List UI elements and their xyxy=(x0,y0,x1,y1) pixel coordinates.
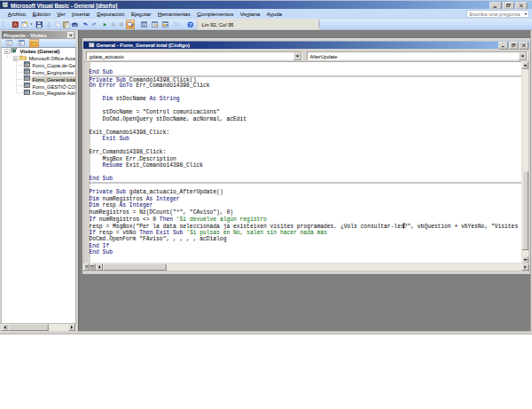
tree-item-label: Form_Copia de Gene xyxy=(32,62,76,68)
toolbar-grip[interactable] xyxy=(3,21,4,28)
question-input[interactable]: Escriba una pregunta xyxy=(467,11,529,19)
menu-insertar[interactable]: Insertar xyxy=(68,11,93,17)
menu-ver[interactable]: Ver xyxy=(53,11,68,17)
menu-ejecutar[interactable]: Ejecutar xyxy=(128,11,154,17)
code-editor[interactable]: End SubPrivate Sub Comando14398_Click()O… xyxy=(89,62,522,264)
tree-item-form-general-total[interactable]: Form_General total xyxy=(24,75,76,83)
object-combobox[interactable]: gdata_actuacio xyxy=(87,51,303,60)
menu-complementos[interactable]: Complementos xyxy=(193,11,237,17)
mdi-background: General - Form_General total (Código) gd… xyxy=(78,31,531,332)
code-text-segment: DoCmd.OpenQuery stDocName, acNormal, acE… xyxy=(90,115,247,122)
code-line-5: Dim stDocName As String xyxy=(89,96,522,103)
paste-icon xyxy=(62,20,70,28)
properties-window-button[interactable] xyxy=(151,20,160,29)
arrow-right-icon xyxy=(71,326,73,329)
code-text-segment: numRegistros xyxy=(103,196,146,202)
restore-icon xyxy=(512,43,517,48)
close-icon xyxy=(519,4,525,8)
tree-item-label: Form_GESTIÓ CONT xyxy=(32,83,76,90)
project-explorer-button[interactable] xyxy=(140,20,149,29)
project-panel-titlebar: Proyecto - Visites xyxy=(1,31,76,40)
vscroll-thumb[interactable] xyxy=(522,171,529,250)
access-view-button[interactable] xyxy=(11,20,20,29)
menu-edicion[interactable]: Edición xyxy=(29,11,54,17)
redo-button[interactable] xyxy=(90,20,98,29)
tree-hscroll-thumb[interactable] xyxy=(9,324,49,331)
cut-icon xyxy=(45,20,53,28)
code-text-segment: gdata_actuacio_AfterUpdate() xyxy=(129,189,223,195)
find-button[interactable] xyxy=(70,20,79,29)
event-combo-dropdown-icon[interactable] xyxy=(519,52,527,60)
properties-window-icon xyxy=(151,20,159,28)
design-mode-button[interactable] xyxy=(126,20,135,29)
event-combobox[interactable]: AfterUpdate xyxy=(308,51,528,60)
save-button[interactable] xyxy=(35,20,43,29)
tree-item-label: Microsoft Office Access C xyxy=(28,55,76,61)
tree-item-label: Form_Enginyeries U xyxy=(32,69,76,75)
design-mode-icon xyxy=(127,20,135,28)
full-module-view-button[interactable] xyxy=(90,263,96,271)
object-browser-button[interactable] xyxy=(161,20,170,29)
project-panel-close-button[interactable] xyxy=(67,32,74,39)
menu-ayuda[interactable]: Ayuda xyxy=(263,11,286,17)
object-combo-dropdown-icon[interactable] xyxy=(293,52,301,60)
menu-depuracion[interactable]: Depuración xyxy=(93,11,128,17)
code-text-segment: End Sub xyxy=(90,249,113,256)
code-close-button[interactable] xyxy=(520,42,529,50)
code-text-segment: Err_Comando14398_Click: xyxy=(90,149,167,155)
menu-ventana[interactable]: Ventana xyxy=(237,11,263,17)
expand-collapse-icon[interactable] xyxy=(13,55,20,61)
menu-items: ArchivoEdiciónVerInsertarDepuraciónEjecu… xyxy=(4,9,286,20)
code-restore-button[interactable] xyxy=(509,42,519,50)
find-icon xyxy=(71,20,79,28)
code-line-27: End If xyxy=(89,242,522,249)
toolbar-separator xyxy=(319,21,321,28)
code-minimize-button[interactable] xyxy=(499,42,509,50)
view-object-icon xyxy=(19,40,26,48)
run-button[interactable] xyxy=(100,20,109,29)
paste-button[interactable] xyxy=(62,20,71,29)
code-window-icon xyxy=(89,42,95,48)
insert-object-button[interactable] xyxy=(20,20,29,29)
code-text-segment: DoCmd.OpenForm "FAviso", , , , , acDialo… xyxy=(90,236,227,242)
tree-scroll-left-button[interactable] xyxy=(2,324,9,331)
scroll-right-button[interactable] xyxy=(522,263,529,271)
scroll-up-button[interactable] xyxy=(522,62,529,69)
code-text-segment: Resume xyxy=(103,162,126,169)
copy-button[interactable] xyxy=(53,20,62,29)
code-client-area: End SubPrivate Sub Comando14398_Click()O… xyxy=(83,61,529,271)
stop-button[interactable] xyxy=(117,20,126,29)
menu-archivo[interactable]: Archivo xyxy=(4,11,29,17)
help-button[interactable]: ? xyxy=(186,20,195,29)
tree-scroll-right-button[interactable] xyxy=(68,324,75,331)
run-icon xyxy=(101,20,109,28)
tree-item-microsoft-office-access-c[interactable]: Microsoft Office Access C xyxy=(13,55,76,62)
code-vscrollbar[interactable] xyxy=(521,62,529,264)
code-line-13: Err_Comando14398_Click: xyxy=(89,149,522,156)
expand-collapse-icon[interactable] xyxy=(4,49,11,55)
tree-item-form-enginyeries-u[interactable]: Form_Enginyeries U xyxy=(24,68,76,75)
code-text-segment: stDocName xyxy=(116,96,150,102)
code-text-segment: Then xyxy=(160,216,176,222)
restore-icon xyxy=(505,4,512,8)
menu-accel: c xyxy=(139,11,142,17)
insert-object-dropdown-icon[interactable] xyxy=(31,24,33,26)
question-dropdown-icon[interactable] xyxy=(525,13,528,15)
code-hscrollbar[interactable] xyxy=(84,263,529,271)
tree-item-form-copia-de-gene[interactable]: Form_Copia de Gene xyxy=(24,62,76,69)
hscroll-thumb[interactable] xyxy=(103,263,167,271)
menu-herramientas[interactable]: Herramientas xyxy=(154,11,193,17)
project-tree-hscrollbar[interactable] xyxy=(1,324,76,332)
scroll-left-button[interactable] xyxy=(96,263,103,271)
menu-accel: D xyxy=(97,11,100,17)
code-line-12 xyxy=(89,143,522,150)
project-explorer-panel: Proyecto - Visites Visites (General)Micr… xyxy=(1,31,76,332)
tree-item-visites-general-[interactable]: Visites (General) xyxy=(4,48,61,55)
undo-button[interactable] xyxy=(81,20,90,29)
tree-item-form-registre-adm[interactable]: Form_Registre Adm xyxy=(24,90,76,97)
cut-button[interactable] xyxy=(44,20,53,29)
toolbox-button[interactable] xyxy=(172,20,181,29)
code-line-23: If numRegistros <> 0 Then 'Si devuelve a… xyxy=(89,216,522,223)
code-line-10: Exit_Comando14398_Click: xyxy=(89,129,522,136)
tree-item-form-gesti-cont[interactable]: Form_GESTIÓ CONT xyxy=(24,83,76,90)
